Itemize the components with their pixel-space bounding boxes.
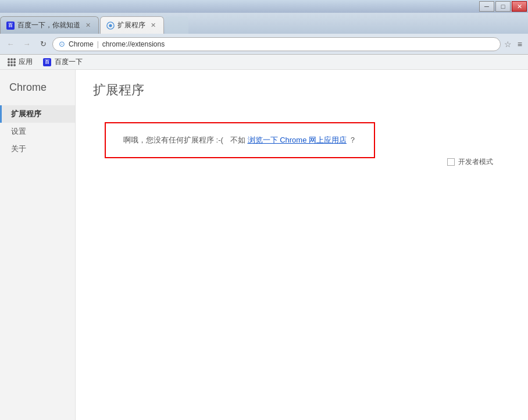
- apps-icon: [8, 58, 16, 66]
- empty-prefix: 啊哦，您没有任何扩展程序: [123, 136, 214, 144]
- close-button[interactable]: ✕: [512, 1, 527, 12]
- extensions-list-area: 啊哦，您没有任何扩展程序 :-( 不如 浏览一下 Chrome 网上应用店 ？: [105, 116, 511, 158]
- bookmarks-bar: 应用 百 百度一下: [0, 55, 528, 70]
- browser-frame: 百 百度一下，你就知道 ✕ 扩展程序 ✕ ← → ↻ ⊙ Chrome |: [0, 13, 528, 420]
- baidu-favicon: 百: [43, 58, 51, 66]
- empty-suffix: :-(: [214, 136, 223, 144]
- site-icon: ⊙: [59, 40, 65, 48]
- sidebar-item-extensions[interactable]: 扩展程序: [0, 105, 75, 123]
- sidebar-item-about[interactable]: 关于: [0, 140, 75, 158]
- developer-mode-section: 开发者模式: [447, 157, 493, 167]
- page-content: Chrome 扩展程序 设置 关于 扩展程序 开发者模式 啊哦，您没有任何扩展程…: [0, 70, 528, 420]
- back-button[interactable]: ←: [3, 37, 17, 51]
- sidebar-title: Chrome: [0, 81, 75, 105]
- maximize-button[interactable]: □: [495, 1, 511, 12]
- store-prompt: [226, 136, 228, 145]
- address-bar[interactable]: ⊙ Chrome | chrome://extensions: [52, 37, 501, 51]
- developer-mode-label: 开发者模式: [458, 157, 493, 167]
- titlebar: ─ □ ✕: [0, 0, 528, 13]
- apps-bookmark[interactable]: 应用: [5, 56, 35, 68]
- chrome-menu-button[interactable]: ≡: [515, 38, 525, 50]
- tab-ghost: [165, 16, 188, 34]
- store-prompt-text: 不如: [230, 135, 245, 145]
- baidu-bookmark[interactable]: 百 百度一下: [40, 56, 85, 68]
- developer-mode-checkbox[interactable]: [447, 158, 455, 166]
- tab-baidu[interactable]: 百 百度一下，你就知道 ✕: [0, 16, 99, 34]
- tab-extensions-close[interactable]: ✕: [149, 21, 158, 30]
- main-content: 扩展程序 开发者模式 啊哦，您没有任何扩展程序 :-( 不如 浏览一下 Chro…: [76, 70, 528, 420]
- address-protocol: Chrome: [69, 40, 94, 48]
- store-link-suffix: ？: [349, 135, 356, 145]
- page-title: 扩展程序: [93, 81, 144, 99]
- tab-baidu-label: 百度一下，你就知道: [17, 20, 80, 30]
- extensions-header: 扩展程序 开发者模式: [93, 81, 511, 111]
- favicon-baidu: 百: [6, 22, 15, 30]
- apps-label: 应用: [19, 57, 33, 67]
- forward-button[interactable]: →: [20, 37, 34, 51]
- tab-extensions[interactable]: 扩展程序 ✕: [100, 16, 164, 34]
- addressbar: ← → ↻ ⊙ Chrome | chrome://extensions ☆ ≡: [0, 34, 528, 55]
- favicon-extensions: [106, 22, 115, 30]
- address-separator: |: [97, 40, 99, 48]
- chrome-store-link[interactable]: 浏览一下 Chrome 网上应用店: [248, 135, 347, 145]
- bookmark-star-button[interactable]: ☆: [503, 38, 513, 50]
- empty-extensions-box: 啊哦，您没有任何扩展程序 :-( 不如 浏览一下 Chrome 网上应用店 ？: [105, 122, 375, 158]
- baidu-label: 百度一下: [55, 57, 83, 67]
- sidebar-item-settings[interactable]: 设置: [0, 123, 75, 140]
- refresh-button[interactable]: ↻: [36, 37, 50, 51]
- tab-baidu-close[interactable]: ✕: [84, 21, 92, 30]
- svg-point-1: [109, 24, 112, 27]
- minimize-button[interactable]: ─: [479, 1, 494, 12]
- address-url: chrome://extensions: [102, 40, 165, 48]
- tabbar: 百 百度一下，你就知道 ✕ 扩展程序 ✕: [0, 13, 528, 34]
- empty-message-text: 啊哦，您没有任何扩展程序 :-(: [123, 135, 223, 145]
- sidebar: Chrome 扩展程序 设置 关于: [0, 70, 76, 420]
- tab-extensions-label: 扩展程序: [117, 20, 145, 30]
